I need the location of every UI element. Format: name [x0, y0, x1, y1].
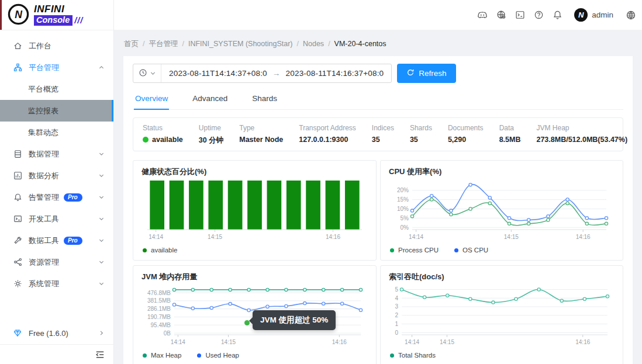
field-label: Data: [499, 124, 521, 132]
status-field-data: Data8.5MB: [499, 124, 521, 145]
breadcrumb-item[interactable]: INFINI_SYSTEM (ShootingStar): [188, 40, 293, 48]
field-label: Shards: [410, 124, 432, 132]
svg-text:14:15: 14:15: [504, 234, 519, 240]
license-row[interactable]: Free (1.6.0): [0, 322, 113, 344]
console-icon[interactable]: [515, 10, 525, 20]
sidebar-item-data-tools[interactable]: 数据工具Pro: [0, 230, 113, 251]
status-field-uptime: Uptime30 分钟: [199, 124, 223, 145]
sidebar-item-label: 数据分析: [29, 171, 59, 181]
field-label: Type: [239, 124, 283, 132]
sidebar-item-resource-management[interactable]: 资源管理: [0, 251, 113, 273]
brand-name: INFINI: [34, 4, 83, 14]
svg-text:20%: 20%: [397, 187, 409, 193]
app-logo[interactable]: N INFINI Console ///: [0, 0, 113, 30]
legend-item-process-cpu[interactable]: Process CPU: [390, 247, 439, 254]
sidebar-nav: 工作台平台管理平台概览监控报表集群动态数据管理数据分析告警管理Pro开发工具数据…: [0, 30, 113, 322]
time-range-picker[interactable]: 2023-08-11T14:14:37+08:0 → 2023-08-11T14…: [133, 64, 392, 83]
svg-text:476.8MB: 476.8MB: [147, 290, 171, 296]
legend-item-total-shards[interactable]: Total Shards: [390, 352, 436, 359]
gear-icon: [13, 279, 22, 288]
chart-title: 健康状态百分比(%): [141, 167, 368, 177]
time-picker-toggle[interactable]: [133, 64, 161, 82]
sidebar-subitem-platform-overview[interactable]: 平台概览: [0, 78, 113, 100]
svg-text:14:15: 14:15: [440, 339, 454, 345]
time-from[interactable]: 2023-08-11T14:14:37+08:0: [169, 69, 267, 78]
sidebar-subitem-cluster-activities[interactable]: 集群动态: [0, 122, 113, 143]
svg-text:14:14: 14:14: [405, 339, 419, 345]
field-value: 273.8MB/512.0MB(53.47%): [536, 136, 627, 144]
tab-advanced[interactable]: Advanced: [191, 91, 229, 109]
username: admin: [592, 11, 613, 19]
sidebar-item-dev-tools[interactable]: 开发工具: [0, 208, 113, 230]
chevron-down-icon: [99, 173, 104, 178]
svg-text:14:15: 14:15: [221, 339, 236, 345]
toolbar: 2023-08-11T14:14:37+08:0 → 2023-08-11T14…: [133, 64, 623, 83]
status-field-type: TypeMaster Node: [239, 124, 283, 145]
breadcrumb-item[interactable]: 平台管理: [149, 40, 178, 48]
topbar: N admin: [114, 0, 642, 30]
sidebar-item-data-analysis[interactable]: 数据分析: [0, 165, 113, 186]
svg-text:4: 4: [395, 295, 398, 301]
tab-overview[interactable]: Overview: [134, 91, 169, 110]
time-to[interactable]: 2023-08-11T14:16:37+08:0: [286, 69, 384, 78]
breadcrumb-item[interactable]: 首页: [124, 40, 139, 48]
brand-slashes: ///: [74, 16, 83, 25]
sidebar-item-alerting[interactable]: 告警管理Pro: [0, 186, 113, 208]
notifications-bell-icon[interactable]: [553, 10, 562, 20]
breadcrumb-item[interactable]: Nodes: [303, 40, 324, 48]
field-value: 127.0.0.1:9300: [299, 136, 356, 144]
status-field-shards: Shards35: [410, 124, 432, 145]
help-icon[interactable]: [534, 10, 544, 20]
field-value: 30 分钟: [199, 136, 223, 145]
breadcrumb: 首页/平台管理/INFINI_SYSTEM (ShootingStar)/Nod…: [114, 30, 642, 56]
legend-dot: [143, 248, 147, 252]
chevron-up-icon: [99, 65, 104, 70]
breadcrumb-separator: /: [143, 40, 144, 48]
chart-plot-cpu-usage[interactable]: 0%5%10%15%20%14:1414:1514:16: [389, 178, 615, 245]
svg-text:14:16: 14:16: [576, 234, 591, 240]
field-label: Indices: [372, 124, 394, 132]
svg-text:14:14: 14:14: [171, 339, 185, 345]
sidebar-item-workbench[interactable]: 工作台: [0, 35, 113, 57]
user-menu[interactable]: N admin: [574, 8, 613, 22]
svg-text:14:16: 14:16: [575, 339, 590, 345]
legend-item-available[interactable]: available: [143, 247, 177, 254]
chart-card-cpu-usage: CPU 使用率(%)0%5%10%15%20%14:1414:1514:16Pr…: [380, 160, 623, 261]
chart-plot-health-percentage[interactable]: 14:1414:1514:16: [141, 178, 368, 245]
pro-badge: Pro: [64, 193, 82, 202]
chart-plot-index-throughput[interactable]: 01234514:1414:1514:16: [389, 283, 615, 350]
svg-text:0: 0: [395, 330, 398, 336]
legend-item-os-cpu[interactable]: OS CPU: [454, 247, 488, 254]
status-dot: [143, 137, 149, 143]
chevron-down-icon: [99, 259, 104, 265]
main-content: 首页/平台管理/INFINI_SYSTEM (ShootingStar)/Nod…: [114, 30, 642, 364]
sidebar-item-platform-management[interactable]: 平台管理: [0, 57, 113, 78]
analysis-icon: [13, 171, 22, 180]
sidebar-item-data-management[interactable]: 数据管理: [0, 143, 113, 165]
field-label: JVM Heap: [536, 124, 627, 132]
language-globe-icon[interactable]: [626, 10, 636, 20]
home-icon: [13, 41, 22, 50]
sidebar: N INFINI Console /// 工作台平台管理平台概览监控报表集群动态…: [0, 0, 114, 364]
website-icon[interactable]: [496, 10, 506, 20]
svg-text:15%: 15%: [397, 196, 409, 203]
status-field-jvm-heap: JVM Heap273.8MB/512.0MB(53.47%): [536, 124, 627, 145]
brand-text: INFINI Console ///: [34, 4, 83, 26]
database-icon: [13, 150, 22, 158]
refresh-button[interactable]: Refresh: [397, 64, 455, 83]
chevron-down-icon: [99, 151, 104, 157]
svg-text:0B: 0B: [164, 330, 171, 337]
discord-icon[interactable]: [477, 10, 488, 20]
diamond-icon: [13, 329, 22, 337]
legend-item-max-heap[interactable]: Max Heap: [143, 352, 181, 359]
sidebar-item-system-management[interactable]: 系统管理: [0, 273, 113, 294]
status-field-status: Statusavailable: [143, 124, 183, 145]
sidebar-collapse-button[interactable]: [95, 349, 105, 360]
tab-shards[interactable]: Shards: [251, 91, 278, 109]
terminal-icon: [13, 214, 22, 223]
brand-product: Console: [34, 15, 73, 26]
chart-card-index-throughput: 索引吞吐(doc/s)01234514:1414:1514:16Total Sh…: [380, 265, 623, 364]
sidebar-subitem-monitoring-reports[interactable]: 监控报表: [0, 100, 113, 122]
legend-item-used-heap[interactable]: Used Heap: [197, 352, 239, 359]
svg-text:10%: 10%: [397, 206, 409, 212]
